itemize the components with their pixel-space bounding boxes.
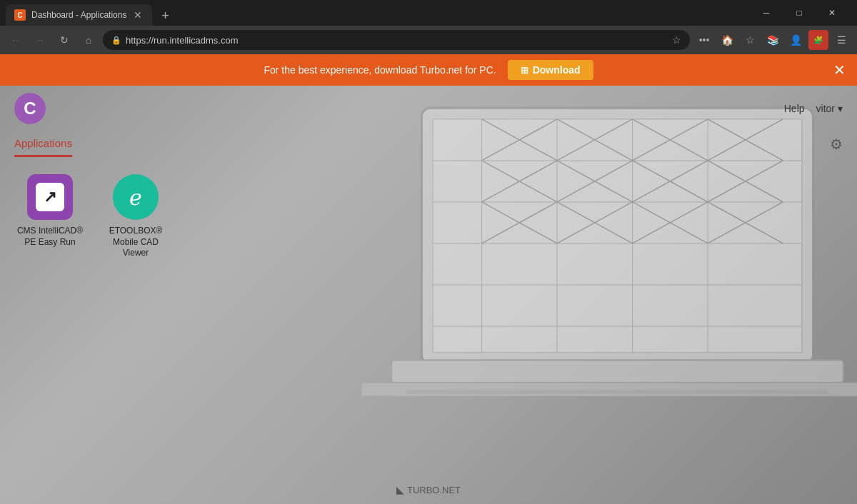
close-window-button[interactable]: ✕ [816, 0, 848, 26]
footer-brand-label: TURBO.NET [407, 485, 461, 495]
home-button[interactable]: ⌂ [79, 30, 99, 50]
browser-chrome: C Dashboard - Applications ✕ + ─ □ ✕ ← →… [0, 0, 857, 54]
tab-bar: C Dashboard - Applications ✕ + ─ □ ✕ [0, 0, 857, 26]
download-banner: For the best experience, download Turbo.… [0, 54, 857, 86]
more-options-button[interactable]: ••• [694, 30, 714, 50]
user-menu[interactable]: vitor ▾ [816, 103, 843, 114]
security-lock-icon: 🔒 [111, 36, 121, 45]
site-header: C Help vitor ▾ [0, 86, 857, 131]
sync-button[interactable]: 👤 [786, 30, 806, 50]
nav-tabs: Applications ⚙ [0, 131, 857, 157]
bookmarks-button[interactable]: ☆ [740, 30, 760, 50]
download-button-label: Download [533, 64, 581, 76]
cms-app-icon: ↗ [27, 174, 73, 220]
maximize-button[interactable]: □ [783, 0, 816, 26]
app-item-cms[interactable]: ↗ CMS IntelliCAD®PE Easy Run [14, 174, 86, 259]
forward-button[interactable]: → [30, 30, 50, 50]
user-name: vitor [816, 103, 835, 114]
settings-icon-area: ⚙ [830, 136, 843, 153]
app-item-etoolbox[interactable]: ℯ ETOOLBOX®Mobile CAD Viewer [100, 174, 171, 259]
window-controls: ─ □ ✕ [750, 0, 851, 26]
version-text: 2014.35.2 [811, 487, 846, 495]
tab-title: Dashboard - Applications [31, 10, 126, 20]
download-button[interactable]: ⊞ Download [508, 60, 593, 80]
main-content: C Help vitor ▾ Applications ⚙ ↗ [0, 86, 857, 504]
settings-icon[interactable]: ⚙ [830, 136, 843, 152]
etoolbox-icon-symbol: ℯ [129, 185, 142, 210]
windows-icon: ⊞ [521, 65, 528, 76]
cms-app-name: CMS IntelliCAD®PE Easy Run [17, 226, 83, 248]
page-content: C Help vitor ▾ Applications ⚙ ↗ [0, 86, 857, 504]
apps-grid: ↗ CMS IntelliCAD®PE Easy Run ℯ ETOOLBOX®… [0, 157, 857, 276]
banner-close-button[interactable]: ✕ [833, 61, 846, 79]
reload-button[interactable]: ↻ [54, 30, 74, 50]
turbo-logo-icon: ◣ [396, 484, 404, 495]
tab-favicon: C [14, 9, 26, 21]
site-footer: ◣ TURBO.NET [0, 484, 857, 495]
pocket-button[interactable]: 🏠 [717, 30, 737, 50]
help-link[interactable]: Help [784, 103, 805, 114]
new-tab-button[interactable]: + [155, 6, 175, 26]
minimize-button[interactable]: ─ [750, 0, 783, 26]
library-button[interactable]: 📚 [763, 30, 783, 50]
footer-brand: ◣ TURBO.NET [396, 484, 461, 495]
back-button[interactable]: ← [6, 30, 26, 50]
banner-text: For the best experience, download Turbo.… [264, 64, 496, 76]
etoolbox-app-name: ETOOLBOX®Mobile CAD Viewer [100, 226, 171, 259]
tab-close-button[interactable]: ✕ [132, 9, 144, 21]
url-bar[interactable]: 🔒 https://run.intellicadms.com ☆ [103, 30, 690, 50]
browser-tab[interactable]: C Dashboard - Applications ✕ [6, 4, 152, 26]
bookmark-star-icon[interactable]: ☆ [672, 34, 681, 46]
extension-icon[interactable]: 🧩 [808, 30, 828, 50]
menu-button[interactable]: ☰ [831, 30, 851, 50]
site-logo: C [14, 93, 46, 124]
user-dropdown-icon: ▾ [838, 103, 843, 114]
applications-tab[interactable]: Applications [14, 131, 72, 157]
cms-arrow-icon: ↗ [44, 188, 56, 206]
cms-icon-inner: ↗ [36, 183, 64, 211]
toolbar-icons: ••• 🏠 ☆ 📚 👤 🧩 ☰ [694, 30, 851, 50]
address-bar: ← → ↻ ⌂ 🔒 https://run.intellicadms.com ☆… [0, 26, 857, 54]
url-text: https://run.intellicadms.com [126, 35, 668, 46]
etoolbox-app-icon: ℯ [113, 174, 159, 220]
